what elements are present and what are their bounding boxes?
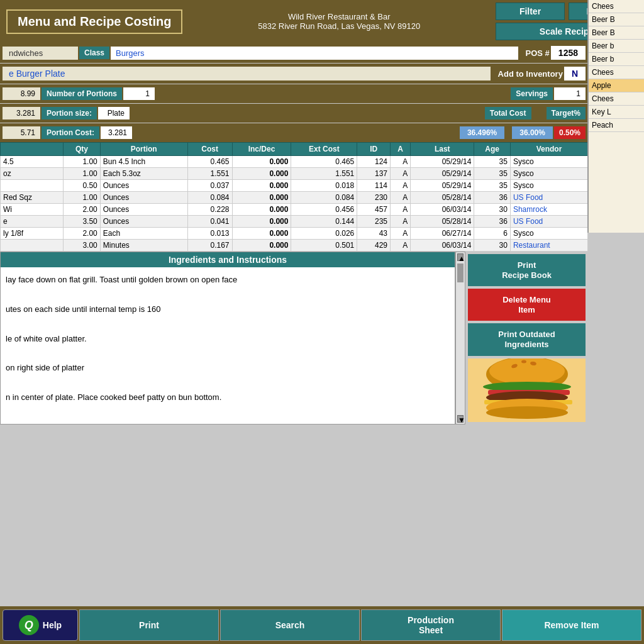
row-extcost: 1.551	[291, 168, 357, 180]
row-cost: 0.013	[187, 228, 232, 240]
header: Menu and Recipe Costing Wild River Resta…	[0, 0, 644, 43]
ingredients-text: lay face down on flat grill. Toast until…	[1, 267, 455, 410]
main-layout: ndwiches Class Burgers POS # 1258 e Burg…	[0, 43, 644, 425]
inventory-value[interactable]: N	[564, 67, 586, 80]
col-header-portion: Portion	[100, 143, 187, 156]
row-portion: Bun 4.5 Inch	[100, 156, 187, 168]
portions-input[interactable]: 1	[123, 87, 155, 100]
table-row[interactable]: 4.5 1.00 Bun 4.5 Inch 0.465 0.000 0.465 …	[1, 156, 588, 168]
row-id: 114	[357, 180, 391, 192]
row-cost: 0.084	[187, 192, 232, 204]
portion-cost-row: 5.71 Portion Cost: 3.281 36.496% 36.00% …	[0, 123, 588, 142]
delete-menu-button[interactable]: Delete MenuItem	[468, 289, 586, 321]
sidebar-menu-item[interactable]: Apple	[589, 79, 644, 92]
item-name[interactable]: e Burger Plate	[3, 67, 491, 80]
row-last: 05/29/14	[411, 156, 474, 168]
row-a: A	[391, 216, 411, 228]
print-recipe-button[interactable]: PrintRecipe Book	[468, 254, 586, 286]
scroll-down-arrow[interactable]: ▼	[457, 415, 464, 423]
ingredients-section: Ingredients and Instructions lay face do…	[0, 252, 588, 425]
scroll-up-arrow[interactable]: ▲	[457, 253, 464, 261]
sidebar-menu-item[interactable]: Peach	[589, 119, 644, 132]
table-row[interactable]: oz 1.00 Each 5.3oz 1.551 0.000 1.551 137…	[1, 168, 588, 180]
menu-sidebar: CheesBeer BBeer BBeer bBeer bCheesAppleC…	[587, 0, 644, 233]
portion-size-label: Portion size:	[42, 107, 97, 119]
sidebar-menu-item[interactable]: Key L	[589, 106, 644, 119]
col-header-a: A	[391, 143, 411, 156]
row-last: 05/28/14	[411, 216, 474, 228]
row-name: Wi	[1, 204, 64, 216]
pos-label: POS #	[526, 48, 550, 58]
row-name	[1, 180, 64, 192]
row-vendor: US Food	[510, 216, 587, 228]
table-row[interactable]: 3.00 Minutes 0.167 0.000 0.501 429 A 06/…	[1, 240, 588, 252]
class-label: Class	[79, 47, 109, 59]
sidebar-menu-item[interactable]: Chees	[589, 0, 644, 13]
row-vendor: Sysco	[510, 180, 587, 192]
app-title: Menu and Recipe Costing	[18, 14, 171, 28]
row-id: 137	[357, 168, 391, 180]
portion-cost-label: Portion Cost:	[42, 126, 99, 139]
sidebar-menu-item[interactable]: Chees	[589, 92, 644, 106]
ingredients-table-section: Qty Portion Cost Inc/Dec Ext Cost ID A L…	[0, 142, 588, 252]
row-extcost: 0.144	[291, 216, 357, 228]
sidebar-menu-item[interactable]: Beer B	[589, 13, 644, 26]
app-title-box: Menu and Recipe Costing	[6, 9, 182, 34]
row-incdec: 0.000	[232, 180, 291, 192]
print-button[interactable]: Print	[79, 609, 219, 641]
ingredient-line	[6, 375, 450, 390]
servings-value[interactable]: 1	[554, 87, 586, 100]
pos-value[interactable]: 1258	[551, 46, 586, 60]
sidebar-menu-item[interactable]: Beer B	[589, 26, 644, 40]
sidebar-menu-item[interactable]: Chees	[589, 66, 644, 79]
row-cost: 0.228	[187, 204, 232, 216]
restaurant-name: Wild River Restaurant & Bar	[189, 12, 489, 21]
ingredients-scrollbar[interactable]: ▲ ▼	[455, 252, 465, 425]
table-row[interactable]: 0.50 Ounces 0.037 0.000 0.018 114 A 05/2…	[1, 180, 588, 192]
row-qty: 1.00	[64, 156, 101, 168]
restaurant-info: Wild River Restaurant & Bar 5832 River R…	[182, 12, 496, 31]
row-portion: Ounces	[100, 216, 187, 228]
row-qty: 1.00	[64, 168, 101, 180]
row-age: 35	[474, 156, 511, 168]
portion-size-value[interactable]: Plate	[98, 107, 130, 119]
category-value[interactable]: ndwiches	[3, 47, 78, 60]
ingredient-line: on right side of platter	[6, 360, 450, 375]
ingredients-table: Qty Portion Cost Inc/Dec Ext Cost ID A L…	[0, 142, 588, 252]
ingredient-line: lay face down on flat grill. Toast until…	[6, 272, 450, 287]
row-last: 06/03/14	[411, 240, 474, 252]
sidebar-menu-item[interactable]: Beer b	[589, 53, 644, 66]
row-incdec: 0.000	[232, 228, 291, 240]
ingredients-header: Ingredients and Instructions	[1, 252, 455, 267]
row-incdec: 0.000	[232, 156, 291, 168]
portion-cost-value[interactable]: 3.281	[101, 126, 132, 139]
production-sheet-button[interactable]: ProductionSheet	[361, 609, 501, 641]
search-button[interactable]: Search	[220, 609, 360, 641]
col-header-qty: Qty	[64, 143, 101, 156]
row-vendor: US Food	[510, 192, 587, 204]
row-name: e	[1, 216, 64, 228]
row-a: A	[391, 204, 411, 216]
q-icon: Q	[19, 615, 39, 635]
print-outdated-button[interactable]: Print OutdatedIngredients	[468, 323, 586, 355]
remove-item-button[interactable]: Remove Item	[502, 609, 641, 641]
table-row[interactable]: Wi 2.00 Ounces 0.228 0.000 0.456 457 A 0…	[1, 204, 588, 216]
table-row[interactable]: e 3.50 Ounces 0.041 0.000 0.144 235 A 05…	[1, 216, 588, 228]
row-name: 4.5	[1, 156, 64, 168]
row-cost: 0.465	[187, 156, 232, 168]
row-qty: 3.50	[64, 216, 101, 228]
add-inventory-label: Add to Inventory	[498, 69, 563, 79]
row-vendor: Restaurant	[510, 240, 587, 252]
filter-button[interactable]: Filter	[496, 3, 565, 20]
table-row[interactable]: Red Sqz 1.00 Ounces 0.084 0.000 0.084 23…	[1, 192, 588, 204]
class-value[interactable]: Burgers	[111, 47, 518, 60]
col-header-incdec: Inc/Dec	[232, 143, 291, 156]
row-extcost: 0.084	[291, 192, 357, 204]
row-extcost: 0.465	[291, 156, 357, 168]
sidebar-menu-item[interactable]: Beer b	[589, 40, 644, 53]
table-row[interactable]: ly 1/8f 2.00 Each 0.013 0.000 0.026 43 A…	[1, 228, 588, 240]
row-incdec: 0.000	[232, 192, 291, 204]
burger-image	[468, 358, 586, 422]
scroll-thumb[interactable]	[457, 264, 464, 282]
help-button[interactable]: Q Help	[3, 609, 78, 641]
